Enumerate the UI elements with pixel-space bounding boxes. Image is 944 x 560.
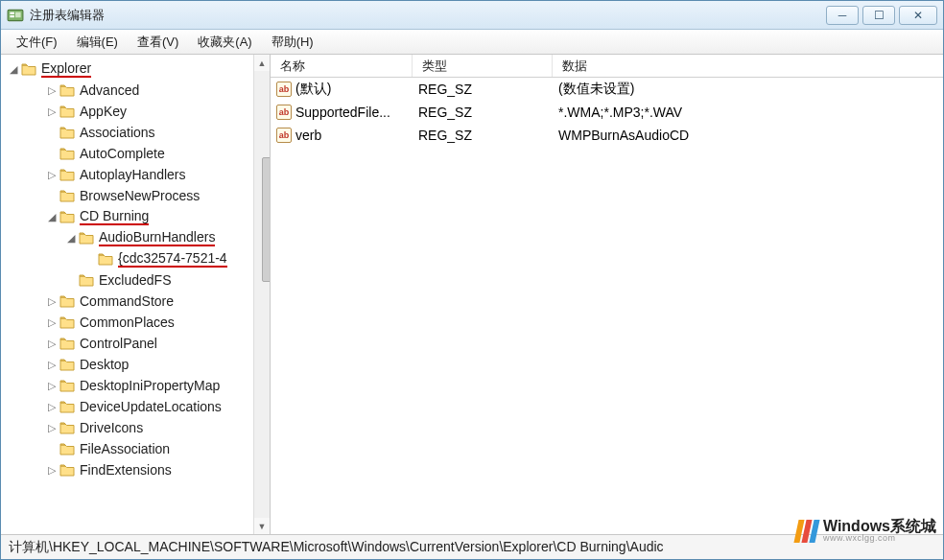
- registry-editor-window: 注册表编辑器 ─ ☐ ✕ 文件(F) 编辑(E) 查看(V) 收藏夹(A) 帮助…: [0, 0, 944, 560]
- folder-icon: [59, 462, 76, 478]
- tree-label: AutoComplete: [80, 146, 165, 161]
- scroll-down-icon[interactable]: ▼: [254, 518, 270, 534]
- folder-icon: [59, 167, 76, 182]
- app-icon: [7, 7, 24, 24]
- tree-label: Associations: [80, 125, 155, 140]
- tree-label: CommandStore: [80, 293, 174, 309]
- expander-icon[interactable]: ▷: [45, 380, 59, 392]
- tree-node[interactable]: ◢AudioBurnHandlers: [1, 227, 270, 248]
- scroll-up-icon[interactable]: ▲: [254, 55, 270, 71]
- col-header-name[interactable]: 名称: [271, 55, 413, 77]
- expander-icon[interactable]: ◢: [64, 232, 78, 245]
- cell-name: abverb: [271, 128, 413, 143]
- folder-icon: [59, 125, 76, 140]
- expander-icon[interactable]: ▷: [45, 422, 59, 434]
- tree-label: CD Burning: [80, 208, 149, 225]
- col-header-type[interactable]: 类型: [413, 55, 553, 77]
- tree-label: Desktop: [80, 357, 129, 372]
- folder-icon: [59, 336, 76, 351]
- statusbar: 计算机\HKEY_LOCAL_MACHINE\SOFTWARE\Microsof…: [1, 534, 943, 559]
- cell-type: REG_SZ: [413, 82, 553, 97]
- list-row[interactable]: abverbREG_SZWMPBurnAsAudioCD: [271, 124, 943, 147]
- scroll-thumb[interactable]: [262, 157, 271, 282]
- cell-type: REG_SZ: [413, 105, 553, 120]
- tree-node[interactable]: ▷AutoplayHandlers: [1, 164, 270, 185]
- folder-icon: [59, 399, 76, 414]
- tree-node[interactable]: Associations: [1, 122, 270, 143]
- tree-node[interactable]: BrowseNewProcess: [1, 185, 270, 206]
- cell-name: ab(默认): [271, 81, 413, 98]
- tree-pane: ◢Explorer▷Advanced▷AppKeyAssociationsAut…: [1, 55, 271, 534]
- expander-icon[interactable]: ◢: [7, 63, 20, 76]
- tree-node[interactable]: ▷DeviceUpdateLocations: [1, 396, 270, 417]
- tree-node[interactable]: ▷DesktopIniPropertyMap: [1, 375, 270, 396]
- tree-label: CommonPlaces: [80, 315, 175, 330]
- tree-label: Explorer: [41, 60, 91, 78]
- expander-icon[interactable]: ◢: [45, 211, 59, 223]
- string-value-icon: ab: [276, 128, 292, 143]
- folder-icon: [59, 315, 76, 330]
- tree-label: ControlPanel: [80, 336, 157, 351]
- tree-label: DriveIcons: [80, 420, 143, 435]
- menubar: 文件(F) 编辑(E) 查看(V) 收藏夹(A) 帮助(H): [1, 30, 943, 55]
- tree-node[interactable]: AutoComplete: [1, 143, 270, 164]
- tree-node[interactable]: ▷ControlPanel: [1, 333, 270, 354]
- tree-scrollbar[interactable]: ▲ ▼: [253, 55, 270, 534]
- folder-icon: [20, 61, 37, 77]
- titlebar: 注册表编辑器 ─ ☐ ✕: [1, 1, 943, 30]
- tree-label: ExcludedFS: [99, 272, 171, 288]
- tree-node[interactable]: ▷DriveIcons: [1, 417, 270, 438]
- expander-icon[interactable]: ▷: [45, 84, 59, 97]
- expander-icon[interactable]: ▷: [45, 316, 59, 329]
- tree-node[interactable]: ◢CD Burning: [1, 206, 270, 227]
- menu-help[interactable]: 帮助(H): [262, 30, 323, 54]
- tree-node[interactable]: ExcludedFS: [1, 269, 270, 291]
- tree-label: AppKey: [80, 104, 127, 119]
- tree-label: AudioBurnHandlers: [99, 229, 215, 246]
- list-pane: 名称 类型 数据 ab(默认)REG_SZ(数值未设置)abSupportedF…: [271, 55, 943, 534]
- tree-label: BrowseNewProcess: [80, 188, 200, 203]
- folder-icon: [97, 251, 114, 267]
- tree-label: AutoplayHandlers: [80, 167, 186, 182]
- menu-favorites[interactable]: 收藏夹(A): [188, 30, 261, 54]
- tree-node[interactable]: ▷CommandStore: [1, 291, 270, 312]
- window-title: 注册表编辑器: [30, 7, 826, 24]
- tree-node[interactable]: ▷FindExtensions: [1, 459, 270, 480]
- expander-icon[interactable]: ▷: [45, 401, 59, 413]
- tree-node[interactable]: {cdc32574-7521-4: [1, 248, 270, 269]
- tree-view[interactable]: ◢Explorer▷Advanced▷AppKeyAssociationsAut…: [1, 58, 270, 534]
- svg-rect-3: [15, 12, 21, 17]
- folder-icon: [78, 272, 95, 288]
- menu-view[interactable]: 查看(V): [128, 30, 188, 54]
- list-rows[interactable]: ab(默认)REG_SZ(数值未设置)abSupportedFile...REG…: [271, 78, 943, 534]
- list-row[interactable]: ab(默认)REG_SZ(数值未设置): [271, 78, 943, 101]
- tree-label: FileAssociation: [80, 441, 170, 456]
- window-buttons: ─ ☐ ✕: [826, 6, 937, 25]
- tree-label: Advanced: [80, 82, 139, 98]
- expander-icon[interactable]: ▷: [45, 464, 59, 477]
- tree-node[interactable]: ▷CommonPlaces: [1, 312, 270, 333]
- expander-icon[interactable]: ▷: [45, 359, 59, 371]
- maximize-button[interactable]: ☐: [862, 6, 895, 25]
- close-button[interactable]: ✕: [899, 6, 937, 25]
- tree-node-explorer[interactable]: ◢Explorer: [1, 58, 270, 80]
- tree-node[interactable]: ▷Desktop: [1, 354, 270, 375]
- folder-icon: [59, 209, 76, 224]
- menu-edit[interactable]: 编辑(E): [67, 30, 128, 54]
- tree-node[interactable]: ▷AppKey: [1, 101, 270, 122]
- expander-icon[interactable]: ▷: [45, 105, 59, 118]
- body: ◢Explorer▷Advanced▷AppKeyAssociationsAut…: [1, 55, 943, 534]
- col-header-data[interactable]: 数据: [553, 55, 943, 77]
- folder-icon: [59, 188, 76, 203]
- cell-name: abSupportedFile...: [271, 105, 413, 120]
- expander-icon[interactable]: ▷: [45, 295, 59, 308]
- minimize-button[interactable]: ─: [826, 6, 859, 25]
- tree-node[interactable]: FileAssociation: [1, 438, 270, 459]
- column-headers: 名称 类型 数据: [271, 55, 943, 78]
- cell-type: REG_SZ: [413, 128, 553, 143]
- list-row[interactable]: abSupportedFile...REG_SZ*.WMA;*.MP3;*.WA…: [271, 101, 943, 124]
- expander-icon[interactable]: ▷: [45, 338, 59, 350]
- tree-node[interactable]: ▷Advanced: [1, 80, 270, 101]
- expander-icon[interactable]: ▷: [45, 169, 59, 181]
- menu-file[interactable]: 文件(F): [7, 30, 67, 54]
